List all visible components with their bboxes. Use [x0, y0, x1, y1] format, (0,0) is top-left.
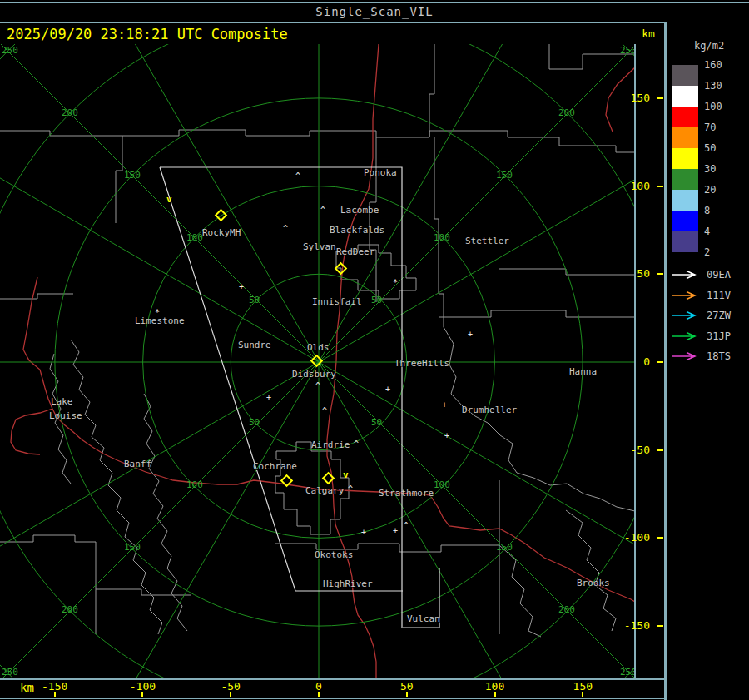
town-marker: +	[385, 385, 390, 394]
right-tick-mark	[657, 537, 663, 539]
right-tick-mark	[657, 273, 663, 275]
town-marker: ^	[283, 225, 288, 233]
city-label: Lacombe	[340, 206, 379, 215]
city-label: Calgary	[305, 486, 344, 495]
right-tick-mark	[657, 186, 663, 187]
town-marker: +	[444, 432, 449, 440]
town-marker: ^	[404, 522, 409, 530]
range-ring-label: 200	[62, 108, 78, 117]
scan-timestamp: 2025/09/20 23:18:21 UTC Composite	[7, 26, 288, 42]
town-marker: +	[239, 283, 244, 291]
range-ring-label: 250	[620, 46, 635, 55]
city-label: Didsbury	[292, 370, 336, 379]
bottom-tick-label: 100	[470, 680, 520, 693]
range-ring-label: 150	[124, 171, 141, 180]
town-marker: ^	[315, 382, 320, 390]
colorbar-tick-label: 4	[704, 226, 710, 237]
range-ring-label: 50	[371, 418, 382, 427]
city-label: Airdrie	[311, 440, 350, 449]
city-label: ThreeHills	[394, 359, 449, 368]
bottom-tick-mark	[230, 692, 231, 697]
right-tick-label: 150	[613, 92, 650, 104]
right-tick-label: -100	[613, 531, 650, 544]
colorbar-block	[672, 107, 698, 127]
radar-arrow-icon	[672, 270, 702, 280]
town-marker: ^	[295, 172, 300, 181]
city-label: Hanna	[569, 367, 597, 376]
town-marker: +	[442, 401, 447, 410]
right-tick-mark	[657, 97, 663, 99]
colorbar-block	[672, 169, 698, 190]
bottom-tick-label: 150	[558, 680, 608, 693]
range-ring-label: 100	[434, 233, 450, 242]
storm-motion-arrow: v	[166, 195, 172, 204]
colorbar-tick-label: 50	[704, 142, 716, 154]
colorbar-tick-label: 20	[704, 184, 716, 196]
right-tick-mark	[657, 449, 663, 451]
colorbar-tick-label: 8	[704, 205, 710, 216]
bottom-tick-mark	[141, 692, 143, 697]
city-label: Limestone	[135, 316, 185, 325]
storm-motion-arrow: v	[343, 470, 349, 479]
radar-app-window: Single_Scan_VIL 2025/09/20 23:18:21 UTC …	[0, 0, 749, 700]
city-label: Blackfalds	[330, 226, 384, 235]
town-marker: +	[266, 394, 271, 402]
city-label: Olds	[307, 343, 330, 352]
right-tick-mark	[657, 361, 663, 363]
right-tick-label: 0	[613, 355, 650, 368]
map-viewport[interactable]: 2502001501005050100150200250501001502002…	[0, 44, 635, 678]
right-tick-label: 50	[613, 267, 650, 280]
bottom-border-line	[0, 698, 749, 699]
bottom-tick-label: -150	[30, 680, 80, 693]
colorbar-block	[672, 127, 698, 148]
range-ring-label: 50	[249, 418, 260, 427]
bottom-tick-label: -100	[117, 680, 167, 693]
range-ring-label: 100	[186, 480, 203, 489]
radar-id-label: 18TS	[707, 350, 731, 362]
county-boundaries	[0, 44, 635, 637]
town-marker: +	[361, 529, 366, 537]
colorbar-block	[672, 148, 698, 169]
city-label: Cochrane	[253, 462, 297, 471]
range-ring-label: 250	[2, 668, 18, 677]
bottom-tick-mark	[494, 692, 496, 697]
city-label: Strathmore	[379, 489, 434, 498]
page-title: Single_Scan_VIL	[315, 5, 433, 18]
city-label: HighRiver	[323, 579, 373, 588]
right-tick-label: -150	[613, 619, 650, 632]
city-label: Sylvan	[303, 242, 336, 251]
bottom-tick-label: 0	[294, 680, 344, 693]
city-label: Brooks	[577, 578, 610, 588]
colorbar-block	[672, 190, 698, 211]
colorbar-block	[672, 211, 698, 231]
legend-panel: kg/m2 2 1601301007050302084 09EA111V27ZW…	[667, 22, 749, 700]
city-label: Louise	[49, 411, 82, 420]
bottom-tick-mark	[54, 692, 56, 697]
colorbar-tick-label: 130	[704, 80, 722, 92]
title-bar-top-line	[0, 2, 749, 3]
range-ring-label: 200	[558, 108, 575, 117]
bottom-tick-mark	[406, 692, 408, 697]
town-marker: ^	[322, 407, 327, 415]
colorbar: 2 1601301007050302084	[667, 65, 749, 265]
city-label: Sundre	[238, 340, 271, 350]
city-label: Stettler	[465, 236, 509, 246]
radar-id-label: 27ZW	[707, 310, 731, 321]
right-tick-mark	[657, 625, 663, 627]
city-label: Ponoka	[364, 168, 397, 177]
bottom-axis: km -150-100-50050100150	[0, 680, 749, 698]
city-label: Innisfail	[312, 297, 362, 306]
city-label: Drumheller	[462, 405, 517, 415]
colorbar-block	[672, 86, 698, 107]
colorbar-tick-label: 30	[704, 163, 716, 175]
radar-arrow-icon	[672, 351, 702, 361]
town-marker: +	[468, 330, 473, 339]
colorbar-tick-label: 100	[704, 101, 722, 112]
right-tick-label: 100	[613, 180, 650, 192]
city-label: RedDeer	[336, 247, 374, 256]
town-marker: +	[393, 527, 398, 535]
range-ring-label: 50	[371, 295, 382, 305]
bottom-tick-label: -50	[206, 680, 255, 693]
colorbar-unit-label: kg/m2	[694, 40, 724, 52]
town-marker: ^	[320, 206, 325, 215]
